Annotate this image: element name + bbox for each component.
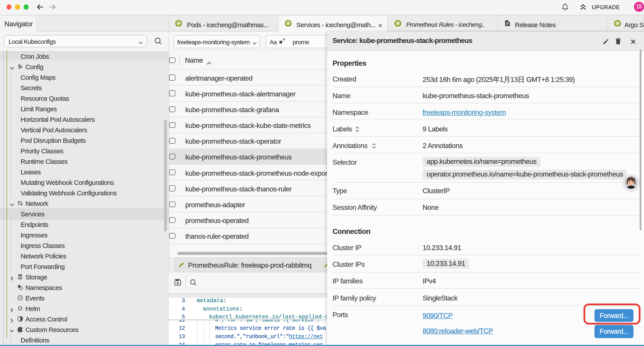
svg-text:*: *: [282, 37, 285, 44]
